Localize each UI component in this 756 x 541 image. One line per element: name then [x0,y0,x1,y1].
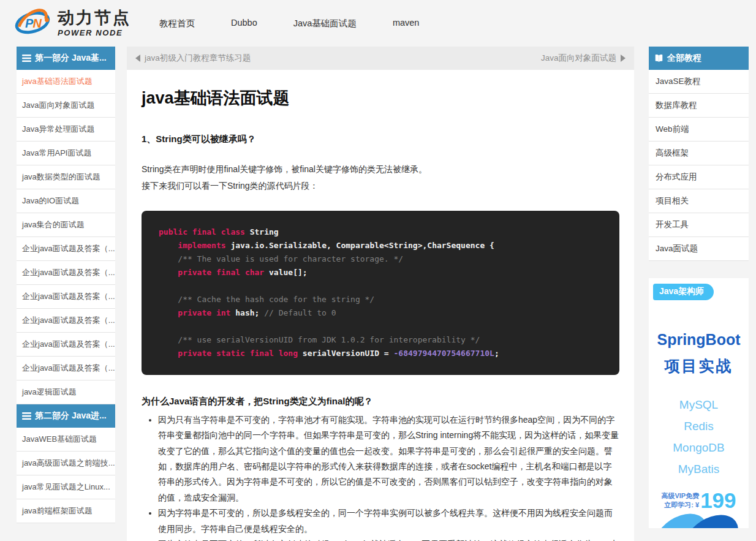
top-nav: 教程首页DubboJava基础面试题maven [159,18,419,29]
sidebar-item[interactable]: 企业java面试题及答案（... [17,285,115,309]
prev-page-label: java初级入门教程章节练习题 [145,53,251,64]
promo-tech-item: MyBatis [649,463,749,476]
sidebar-item-label: java数据类型的面试题 [22,172,100,183]
answer-bullet: 因为字符串是不可变的，所以是多线程安全的，同一个字符串实例可以被多个线程共享。这… [158,505,619,537]
sidebar-item-label: java基础语法面试题 [22,76,93,87]
sidebar-section2-items: JavaWEB基础面试题java高级面试题之前端技...java常见面试题之Li… [17,428,115,523]
sidebar-item[interactable]: java数据类型的面试题 [17,165,115,189]
question-heading: 1、String类可以被继承吗？ [142,134,619,145]
sidebar-section1-items: java基础语法面试题Java面向对象面试题Java异常处理面试题Java常用A… [17,70,115,404]
next-page-label: Java面向对象面试题 [541,53,616,64]
course-category-label: JavaSE教程 [656,76,701,87]
sidebar-item[interactable]: Java异常处理面试题 [17,118,115,142]
promo-tech-item: Redis [649,420,749,433]
nav-item[interactable]: 教程首页 [159,18,195,29]
sidebar-section2-header[interactable]: 第二部分 Java进... [17,404,115,428]
answer-bullet: 因为字符串是不可变的，所以在它创建的时候HashCode就被缓存了，不需要重新计… [158,537,619,541]
course-category-item[interactable]: 数据库教程 [649,94,749,118]
nav-item[interactable]: Dubbo [231,18,257,29]
next-arrow-icon [621,55,626,62]
sidebar-item-label: 企业java面试题及答案（... [22,339,115,350]
sidebar-item[interactable]: 企业java面试题及答案（... [17,237,115,261]
course-category-item[interactable]: 开发工具 [649,213,749,237]
sidebar-item-label: 企业java面试题及答案（... [22,243,115,254]
site-header: PN 动力节点 POWER NODE 教程首页DubboJava基础面试题mav… [0,0,756,47]
sidebar-item-label: java集合的面试题 [22,219,85,230]
promo-badge: Java架构师 [653,284,714,300]
sidebar-item[interactable]: Java常用API面试题 [17,142,115,165]
sidebar-item[interactable]: Java面向对象面试题 [17,94,115,118]
sidebar-item-label: Java面向对象面试题 [22,100,94,111]
course-category-item[interactable]: 项目相关 [649,189,749,213]
book-icon [654,54,663,62]
promo-tech-list: MySQLRedisMongoDBMyBatis [649,398,749,476]
course-category-item[interactable]: Java面试题 [649,237,749,261]
logo-title: 动力节点 [58,10,131,26]
sidebar-item[interactable]: Java的IO面试题 [17,189,115,213]
why-final-heading: 为什么Java语言的开发者，把String类定义为final的呢？ [142,396,619,407]
sidebar-item-label: java前端框架面试题 [22,505,93,516]
promo-title-line2: 项目实战 [649,356,749,376]
logo-swirl-icon: PN [13,9,53,37]
sidebar-item[interactable]: 企业java面试题及答案（... [17,333,115,357]
sidebar-item[interactable]: java常见面试题之Linux... [17,475,115,499]
sidebar-item[interactable]: 企业java面试题及答案（... [17,357,115,380]
course-category-item[interactable]: 分布式应用 [649,165,749,189]
sidebar-item-label: Java常用API面试题 [22,148,91,159]
promo-cloud-logo-icon [651,500,743,528]
page-title: java基础语法面试题 [142,87,619,109]
sidebar-item-label: java逻辑面试题 [22,387,77,398]
nav-item[interactable]: maven [393,18,420,29]
promo-banner[interactable]: Java架构师 SpringBoot 项目实战 MySQLRedisMongoD… [649,278,749,528]
hamburger-icon [22,55,31,62]
course-category-label: 开发工具 [656,219,689,230]
course-category-label: 数据库教程 [656,100,697,111]
sidebar-item-label: 企业java面试题及答案（... [22,267,115,278]
sidebar-item[interactable]: java基础语法面试题 [17,70,115,94]
all-courses-title: 全部教程 [667,53,701,64]
logo-text: 动力节点 POWER NODE [58,10,131,37]
main-column: java初级入门教程章节练习题 Java面向对象面试题 java基础语法面试题 … [127,47,634,541]
course-category-item[interactable]: 高级框架 [649,142,749,165]
sidebar-item[interactable]: java前端框架面试题 [17,499,115,523]
logo[interactable]: PN 动力节点 POWER NODE [13,9,131,37]
course-category-list: JavaSE教程数据库教程Web前端高级框架分布式应用项目相关开发工具Java面… [649,70,749,261]
nav-item[interactable]: Java基础面试题 [293,18,357,29]
course-category-label: 高级框架 [656,148,689,159]
sidebar-item-label: java高级面试题之前端技... [22,458,115,469]
pager-bar: java初级入门教程章节练习题 Java面向对象面试题 [127,47,634,70]
promo-tech-item: MongoDB [649,441,749,455]
answer-paragraph: 接下来我们可以看一下String类的源代码片段： [142,178,619,194]
page-body: 第一部分 Java基... java基础语法面试题Java面向对象面试题Java… [0,47,756,541]
sidebar-section1-header[interactable]: 第一部分 Java基... [17,47,115,70]
prev-page-link[interactable]: java初级入门教程章节练习题 [135,53,251,64]
answer-bullet-list: 因为只有当字符串是不可变的，字符串池才有可能实现。字符串池的实现可以在运行时节约… [142,412,619,541]
hamburger-icon [22,412,31,420]
all-courses-header[interactable]: 全部教程 [649,47,749,70]
sidebar-item[interactable]: java逻辑面试题 [17,380,115,404]
article-content: java基础语法面试题 1、String类可以被继承吗？ String类在声明时… [127,70,634,541]
code-block: public final class String implements jav… [142,211,619,375]
sidebar-item-label: Java的IO面试题 [22,195,79,206]
course-category-item[interactable]: JavaSE教程 [649,70,749,94]
promo-price-label1: 高级VIP免费 [661,491,699,501]
logo-dot-icon [45,18,49,22]
sidebar-item-label: 企业java面试题及答案（... [22,291,115,302]
sidebar-item-label: 企业java面试题及答案（... [22,315,115,326]
answer-paragraph: String类在声明时使用final关键字修饰，被final关键字修饰的类无法被… [142,161,619,178]
course-category-label: 项目相关 [656,195,689,206]
sidebar-item[interactable]: 企业java面试题及答案（... [17,261,115,285]
sidebar-item-label: 企业java面试题及答案（... [22,363,115,374]
sidebar-item[interactable]: JavaWEB基础面试题 [17,428,115,452]
next-page-link[interactable]: Java面向对象面试题 [541,53,626,64]
left-sidebar: 第一部分 Java基... java基础语法面试题Java面向对象面试题Java… [17,47,115,523]
sidebar-item[interactable]: java集合的面试题 [17,213,115,237]
sidebar-item[interactable]: java高级面试题之前端技... [17,452,115,475]
sidebar-item[interactable]: 企业java面试题及答案（... [17,309,115,333]
right-sidebar: 全部教程 JavaSE教程数据库教程Web前端高级框架分布式应用项目相关开发工具… [649,47,749,528]
course-category-item[interactable]: Web前端 [649,118,749,142]
course-category-label: Web前端 [656,124,689,135]
sidebar-item-label: Java异常处理面试题 [22,124,94,135]
promo-tech-item: MySQL [649,398,749,412]
logo-subtitle: POWER NODE [58,28,131,37]
